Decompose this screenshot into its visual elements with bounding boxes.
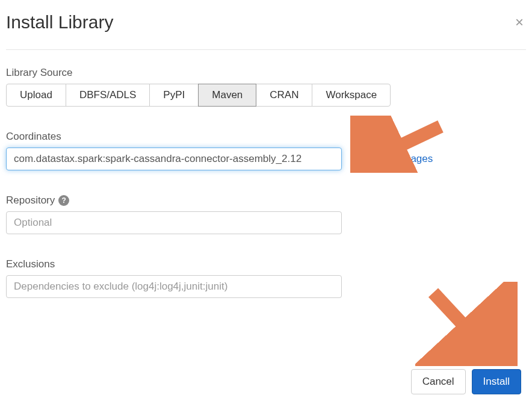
search-packages-link[interactable]: Search Packages <box>353 153 433 165</box>
repository-section: Repository ? <box>6 194 526 234</box>
source-dbfs-adls[interactable]: DBFS/ADLS <box>66 84 150 107</box>
source-cran[interactable]: CRAN <box>256 84 312 107</box>
coordinates-label: Coordinates <box>6 131 526 143</box>
source-maven[interactable]: Maven <box>198 84 256 107</box>
exclusions-section: Exclusions <box>6 258 526 298</box>
repository-label: Repository ? <box>6 194 526 207</box>
source-pypi[interactable]: PyPI <box>149 84 199 107</box>
exclusions-label: Exclusions <box>6 258 526 270</box>
repository-input[interactable] <box>6 211 342 234</box>
library-source-options: Upload DBFS/ADLS PyPI Maven CRAN Workspa… <box>6 84 526 107</box>
library-source-label: Library Source <box>6 67 526 79</box>
source-workspace[interactable]: Workspace <box>312 84 391 107</box>
modal-header: Install Library × <box>6 12 526 50</box>
help-icon[interactable]: ? <box>58 195 69 206</box>
coordinates-input-wrap: Search Packages <box>6 148 526 170</box>
install-library-modal: Install Library × Library Source Upload … <box>0 0 532 328</box>
coordinates-section: Coordinates Search Packages <box>6 131 526 170</box>
modal-title: Install Library <box>6 12 113 33</box>
coordinates-input[interactable] <box>6 148 342 170</box>
install-button[interactable]: Install <box>472 369 521 394</box>
cancel-button[interactable]: Cancel <box>411 369 466 394</box>
source-upload[interactable]: Upload <box>6 84 66 107</box>
library-source-section: Library Source Upload DBFS/ADLS PyPI Mav… <box>6 67 526 107</box>
exclusions-input[interactable] <box>6 275 342 298</box>
modal-footer: Cancel Install <box>411 369 521 394</box>
repository-label-text: Repository <box>6 194 55 207</box>
close-icon[interactable]: × <box>513 13 526 32</box>
